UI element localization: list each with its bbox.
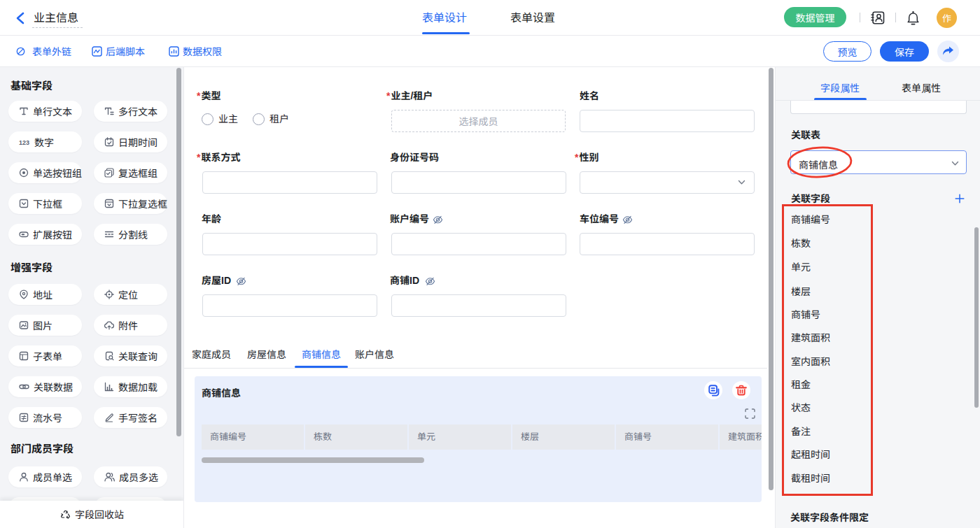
svg-text:123: 123 (19, 139, 29, 146)
